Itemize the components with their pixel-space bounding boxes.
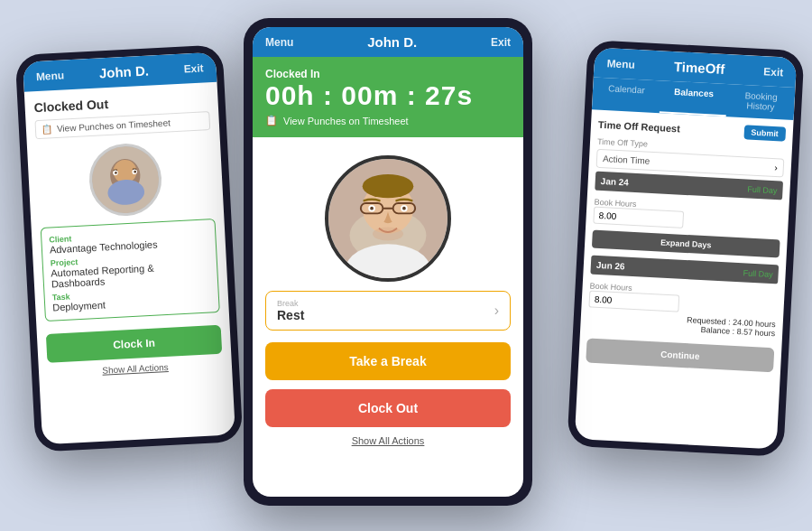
expand-days-button[interactable]: Expand Days <box>592 230 780 258</box>
right-device: Menu TimeOff Exit Calendar Balances Book… <box>567 40 804 457</box>
center-view-punches[interactable]: 📋 View Punches on Timesheet <box>265 115 511 126</box>
left-screen: Menu John D. Exit Clocked Out 📋 View Pun… <box>23 52 235 445</box>
continue-button[interactable]: Continue <box>586 338 774 372</box>
submit-button[interactable]: Submit <box>743 125 786 141</box>
svg-point-19 <box>370 207 374 210</box>
right-screen: Menu TimeOff Exit Calendar Balances Book… <box>575 47 797 449</box>
book-hours-field-1: Book Hours <box>593 194 684 228</box>
tab-booking-history[interactable]: Booking History <box>726 84 795 120</box>
clocked-in-label: Clocked In <box>265 68 511 80</box>
left-content: Clocked Out 📋 View Punches on Timesheet <box>24 82 233 388</box>
book-hours-input-1[interactable] <box>593 207 684 228</box>
timer-display: 00h : 00m : 27s <box>265 80 511 111</box>
center-avatar-container <box>265 155 511 282</box>
center-view-punches-text: View Punches on Timesheet <box>283 116 409 126</box>
book-hours-input-2[interactable] <box>588 290 679 312</box>
right-content: Time Off Request Submit Time Off Type Ac… <box>578 109 794 379</box>
left-title: John D. <box>99 63 150 81</box>
break-label: Break <box>277 299 304 308</box>
center-screen: Menu John D. Exit Clocked In 00h : 00m :… <box>253 27 523 497</box>
timesheet-icon-center: 📋 <box>265 115 278 126</box>
timesheet-icon: 📋 <box>42 124 53 135</box>
center-device: Menu John D. Exit Clocked In 00h : 00m :… <box>244 18 532 506</box>
view-punches-text: View Punches on Timesheet <box>57 117 171 134</box>
right-title: TimeOff <box>674 59 725 77</box>
left-info-section: Client Advantage Technologies Project Au… <box>41 219 220 321</box>
tab-balances[interactable]: Balances <box>659 80 727 116</box>
right-menu-btn[interactable]: Menu <box>606 57 635 71</box>
left-avatar <box>88 142 163 218</box>
date-1-full-day: Full Day <box>747 184 777 195</box>
left-avatar-container <box>36 139 215 220</box>
time-off-type-value: Action Time <box>603 154 651 166</box>
clock-in-button[interactable]: Clock In <box>46 325 222 363</box>
clocked-out-status: Clocked Out <box>33 91 209 115</box>
time-off-title: Time Off Request <box>598 119 680 135</box>
chevron-right-icon-2: › <box>774 163 778 172</box>
center-header: Menu John D. Exit <box>253 27 523 57</box>
balance-value: 8.57 hours <box>736 327 775 338</box>
clock-out-button[interactable]: Clock Out <box>265 389 511 427</box>
break-selector[interactable]: Break Rest › <box>265 291 511 331</box>
left-menu-btn[interactable]: Menu <box>36 69 65 83</box>
balance-label: Balance : <box>700 325 734 336</box>
date-2-full-day: Full Day <box>743 268 772 279</box>
date-1-label: Jan 24 <box>600 176 629 188</box>
date-2-label: Jun 26 <box>596 260 625 272</box>
svg-point-21 <box>373 227 403 240</box>
left-show-all-actions[interactable]: Show All Actions <box>48 359 223 378</box>
center-menu-btn[interactable]: Menu <box>265 36 293 49</box>
left-device: Menu John D. Exit Clocked Out 📋 View Pun… <box>15 44 244 452</box>
center-content: Break Rest › Take a Break Clock Out Show… <box>253 137 523 455</box>
right-exit-btn[interactable]: Exit <box>763 65 784 79</box>
clocked-in-banner: Clocked In 00h : 00m : 27s 📋 View Punche… <box>253 57 523 137</box>
break-value: Rest <box>277 308 304 322</box>
center-title: John D. <box>367 34 417 50</box>
center-avatar <box>325 155 451 282</box>
chevron-right-icon: › <box>494 303 499 319</box>
tab-calendar[interactable]: Calendar <box>592 77 660 113</box>
left-exit-btn[interactable]: Exit <box>183 61 204 75</box>
center-exit-btn[interactable]: Exit <box>491 36 511 49</box>
book-hours-field-2: Book Hours <box>588 278 679 312</box>
hours-row-1: Book Hours <box>593 194 781 234</box>
center-show-all-actions[interactable]: Show All Actions <box>265 435 511 446</box>
svg-point-20 <box>402 207 406 210</box>
left-view-punches[interactable]: 📋 View Punches on Timesheet <box>34 111 210 139</box>
svg-point-13 <box>363 174 414 198</box>
take-break-button[interactable]: Take a Break <box>265 342 511 380</box>
